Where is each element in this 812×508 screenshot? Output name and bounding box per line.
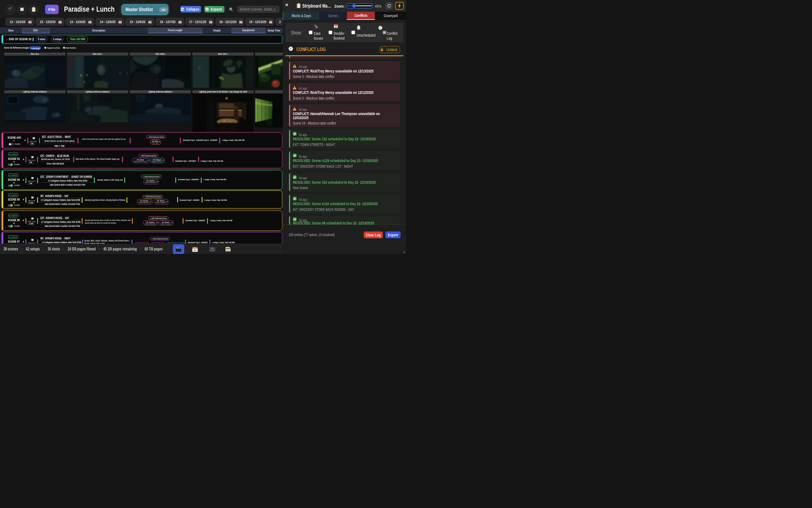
svg-text:17: 17 xyxy=(240,22,242,23)
svg-text:17: 17 xyxy=(194,249,196,252)
svg-text:17: 17 xyxy=(270,22,272,23)
svg-text:17: 17 xyxy=(335,26,337,28)
svg-text:17: 17 xyxy=(119,22,121,23)
svg-text:17: 17 xyxy=(59,22,61,23)
svg-text:17: 17 xyxy=(210,22,212,23)
svg-text:17: 17 xyxy=(89,22,91,23)
svg-text:17: 17 xyxy=(29,22,31,23)
svg-text:JUL: JUL xyxy=(194,247,196,249)
svg-text:17: 17 xyxy=(179,22,181,23)
svg-text:17: 17 xyxy=(149,22,151,23)
